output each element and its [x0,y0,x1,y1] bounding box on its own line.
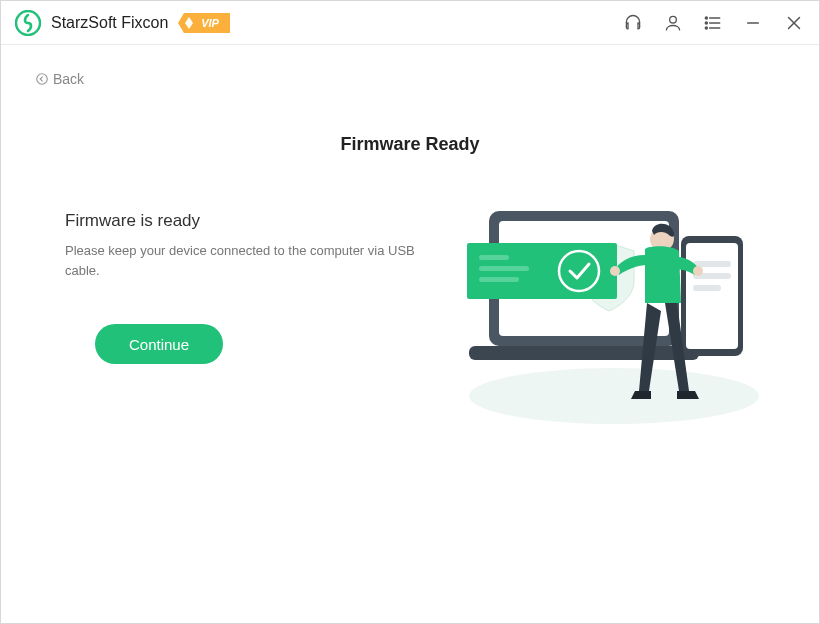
svg-point-3 [705,17,707,19]
description-text: Please keep your device connected to the… [65,241,425,280]
app-title: StarzSoft Fixcon [51,14,168,32]
svg-point-7 [705,27,707,29]
vip-badge-icon: VIP [178,13,230,33]
firmware-ready-illustration-icon [449,191,779,431]
svg-rect-23 [479,255,509,260]
app-logo-icon [15,10,41,36]
svg-point-28 [610,266,620,276]
close-icon[interactable] [783,12,805,34]
titlebar: StarzSoft Fixcon VIP [1,1,819,45]
svg-text:VIP: VIP [202,17,220,29]
main-row: Firmware is ready Please keep your devic… [31,211,789,451]
svg-rect-21 [693,285,721,291]
back-label: Back [53,71,84,87]
app-window: StarzSoft Fixcon VIP [0,0,820,624]
svg-rect-16 [469,346,699,360]
back-button[interactable]: Back [35,71,84,87]
minimize-icon[interactable] [743,13,763,33]
content-area: Back Firmware Ready Firmware is ready Pl… [7,51,813,617]
svg-point-5 [705,22,707,24]
page-heading: Firmware Ready [31,134,789,155]
support-icon[interactable] [623,13,643,33]
svg-point-29 [693,266,703,276]
illustration-container [425,211,769,451]
svg-rect-18 [686,243,738,349]
svg-rect-24 [479,266,529,271]
continue-button[interactable]: Continue [95,324,223,364]
svg-point-12 [37,74,48,85]
titlebar-actions [623,12,805,34]
svg-point-13 [469,368,759,424]
svg-point-2 [670,16,677,23]
menu-icon[interactable] [703,13,723,33]
subheading: Firmware is ready [65,211,425,231]
account-icon[interactable] [663,13,683,33]
left-column: Firmware is ready Please keep your devic… [65,211,425,364]
svg-rect-25 [479,277,519,282]
